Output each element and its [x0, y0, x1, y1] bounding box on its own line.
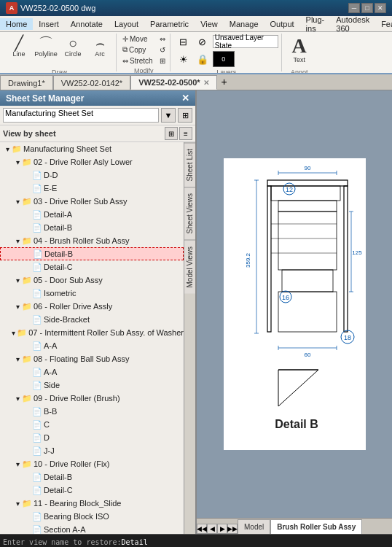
arc-tool[interactable]: ⌢ Arc [87, 34, 113, 67]
ssm-close-button[interactable]: ✕ [181, 93, 189, 104]
tree-item[interactable]: 📄C [0, 418, 184, 431]
new-tab-button[interactable]: + [217, 74, 232, 89]
close-button[interactable]: ✕ [375, 3, 386, 13]
vtab-sheet-views[interactable]: Sheet Views [184, 187, 195, 239]
tree-toggle[interactable]: ▾ [13, 198, 22, 206]
tree-item[interactable]: 📄A-A [0, 339, 184, 352]
svg-marker-33 [278, 370, 318, 406]
tree-item[interactable]: 📄Side [0, 379, 184, 392]
layer-manager-btn[interactable]: ⊟ [175, 34, 192, 50]
sheet-icon: 📄 [32, 472, 42, 482]
tree-item[interactable]: 📄Detail-B [0, 470, 184, 484]
main-area: Sheet Set Manager ✕ Manufacturing Sheet … [0, 90, 392, 534]
folder-icon: 📁 [22, 157, 32, 167]
tree-toggle[interactable]: ▾ [13, 460, 22, 468]
tree-item[interactable]: 📄Side-Bracket [0, 313, 184, 326]
tree-item[interactable]: ▾📁05 - Door Sub Assy [0, 274, 184, 287]
tab-close-icon[interactable]: ✕ [203, 79, 209, 87]
sheet-set-select[interactable]: Manufacturing Sheet Set [3, 108, 159, 123]
ssm-menu-button[interactable]: ▼ [161, 108, 176, 123]
tree-item[interactable]: 📄Detail-C [0, 484, 184, 497]
tree-toggle[interactable]: ▾ [3, 145, 12, 153]
tab-nav-first[interactable]: ◀◀ [197, 524, 207, 534]
vtab-model-views[interactable]: Model Views [184, 240, 195, 294]
tree-item[interactable]: 📄E-E [0, 182, 184, 195]
tree-item[interactable]: ▾📁04 - Brush Roller Sub Assy [0, 234, 184, 247]
svg-text:12: 12 [285, 186, 292, 193]
menu-autodesk360[interactable]: Autodesk 360 [330, 14, 375, 34]
drawing-tab-brush[interactable]: Brush Roller Sub Assy [270, 519, 362, 534]
tree-item[interactable]: ▾📁10 - Drive Roller (Fix) [0, 457, 184, 470]
tree-toggle[interactable]: ▾ [10, 329, 17, 337]
layer-isolate-btn[interactable]: ⊘ [194, 34, 211, 50]
tab-vw500[interactable]: VW252-02-0500* ✕ [130, 75, 216, 90]
tree-toggle[interactable]: ▾ [13, 237, 22, 245]
menu-parametric[interactable]: Parametric [144, 18, 195, 30]
ssm-view-label: View by sheet [3, 129, 56, 138]
minimize-button[interactable]: ─ [348, 3, 360, 13]
tree-item[interactable]: ▾📁09 - Drive Roller (Brush) [0, 392, 184, 405]
tree-item[interactable]: 📄Section A-A [0, 523, 184, 534]
tree-item[interactable]: 📄Detail-A [0, 208, 184, 221]
scale-tool[interactable]: ⊞ [158, 55, 167, 66]
menu-insert[interactable]: Insert [33, 18, 65, 30]
tab-nav-next[interactable]: ▶ [217, 524, 227, 534]
tree-toggle[interactable]: ▾ [13, 303, 22, 311]
tree-item[interactable]: 📄Isometric [0, 287, 184, 300]
stretch-tool[interactable]: ⇔ Stretch [121, 55, 154, 66]
layer-dropdown[interactable]: Unsaved Layer State [213, 35, 278, 48]
menu-annotate[interactable]: Annotate [65, 18, 109, 30]
tree-item[interactable]: 📄D [0, 431, 184, 444]
vtab-sheet-list[interactable]: Sheet List [184, 142, 195, 187]
menu-manage[interactable]: Manage [224, 18, 264, 30]
tree-item[interactable]: ▾📁Manufacturing Sheet Set [0, 142, 184, 155]
modify-group-label: Modify [134, 67, 154, 74]
maximize-button[interactable]: □ [361, 3, 373, 13]
menu-featured[interactable]: Featured [375, 18, 392, 30]
menu-plugins[interactable]: Plug-ins [300, 14, 331, 34]
tree-item[interactable]: ▾📁02 - Drive Roller Asly Lower [0, 155, 184, 168]
tree-toggle[interactable]: ▾ [13, 500, 22, 508]
menu-output[interactable]: Output [264, 18, 300, 30]
tree-toggle[interactable]: ▾ [13, 395, 22, 403]
copy-tool[interactable]: ⧉ Copy [121, 44, 154, 55]
layer-lock-btn[interactable]: 🔒 [194, 51, 211, 67]
tree-item[interactable]: 📄J-J [0, 444, 184, 457]
tree-item[interactable]: 📄Bearing Block ISO [0, 510, 184, 523]
tab-nav-prev[interactable]: ◀ [207, 524, 217, 534]
tree-item[interactable]: ▾📁06 - Roller Drive Assly [0, 300, 184, 313]
rotate-tool[interactable]: ↺ [158, 44, 167, 55]
tree-item[interactable]: 📄Detail-B [0, 247, 184, 260]
move-tool[interactable]: ✛ Move [121, 34, 154, 44]
tree-item[interactable]: ▾📁08 - Floating Ball Sub Assy [0, 352, 184, 365]
polyline-tool[interactable]: ⌒ Polyline [33, 34, 59, 67]
tree-item[interactable]: 📄Detail-C [0, 260, 184, 274]
tree-toggle[interactable]: ▾ [13, 158, 22, 166]
tree-toggle[interactable]: ▾ [13, 276, 22, 284]
layer-color-btn[interactable]: 0 [213, 51, 235, 67]
tree-item[interactable]: ▾📁11 - Bearing Block_Slide [0, 497, 184, 510]
tree-item[interactable]: ▾📁03 - Drive Roller Sub Assy [0, 195, 184, 208]
menu-view[interactable]: View [195, 18, 224, 30]
line-tool[interactable]: ╱ Line [6, 34, 32, 67]
tree-item[interactable]: 📄D-D [0, 168, 184, 182]
ssm-view-icon-2[interactable]: ≡ [179, 127, 192, 140]
tree-item[interactable]: 📄B-B [0, 405, 184, 418]
tree-item[interactable]: 📄Detail-B [0, 221, 184, 234]
sun-icon: ☀ [175, 51, 192, 67]
menu-home[interactable]: Home [0, 18, 33, 30]
ssm-view-icon-1[interactable]: ⊞ [165, 127, 178, 140]
text-tool[interactable]: A Text [286, 34, 313, 67]
tree-item[interactable]: 📄A-A [0, 365, 184, 379]
ssm-new-button[interactable]: ⊞ [178, 108, 192, 123]
tab-drawing1[interactable]: Drawing1* [0, 75, 53, 90]
tree-scroll[interactable]: ▾📁Manufacturing Sheet Set▾📁02 - Drive Ro… [0, 142, 184, 534]
tab-nav-last[interactable]: ▶▶ [227, 524, 238, 534]
tree-item[interactable]: ▾📁07 - Intermittent Roller Sub Assy. of … [0, 326, 184, 339]
drawing-tab-model[interactable]: Model [238, 519, 270, 534]
circle-tool[interactable]: ○ Circle [60, 34, 86, 67]
tree-toggle[interactable]: ▾ [13, 355, 22, 363]
tab-vw142[interactable]: VW252-02-0142* [53, 75, 130, 90]
menu-layout[interactable]: Layout [109, 18, 144, 30]
mirror-tool[interactable]: ⇔ [158, 34, 167, 44]
